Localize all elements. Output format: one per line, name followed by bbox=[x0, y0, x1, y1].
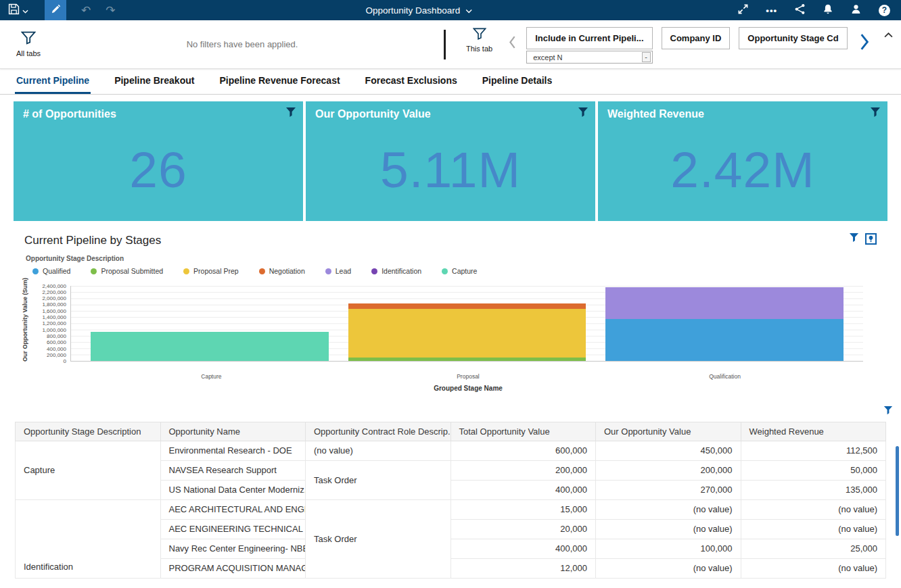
legend-label: Identification bbox=[382, 267, 421, 275]
table-row[interactable]: Capture Environmental Research - DOE (no… bbox=[16, 441, 886, 460]
cell-our-value[interactable]: (no value) bbox=[596, 519, 741, 539]
filter-chip-condition[interactable]: except N - bbox=[526, 51, 652, 64]
table-vertical-scrollbar[interactable] bbox=[896, 446, 899, 536]
cell-total-value[interactable]: 20,000 bbox=[451, 519, 596, 539]
cell-our-value[interactable]: 270,000 bbox=[596, 480, 741, 499]
cell-weighted-revenue[interactable]: (no value) bbox=[741, 519, 886, 539]
cell-weighted-revenue[interactable]: 112,500 bbox=[741, 441, 886, 460]
pipeline-table: Opportunity Stage Description Opportunit… bbox=[15, 422, 886, 579]
stacked-bar-capture[interactable] bbox=[91, 286, 328, 361]
bar-segment-capture[interactable] bbox=[91, 332, 328, 361]
cell-our-value[interactable]: (no value) bbox=[596, 558, 741, 578]
kpi-card-num-opportunities[interactable]: # of Opportunities 26 bbox=[14, 101, 303, 221]
save-menu-chevron-down-icon[interactable] bbox=[22, 4, 28, 16]
legend-item-proposal-prep[interactable]: Proposal Prep bbox=[183, 267, 239, 275]
kpi-filter-funnel-icon[interactable] bbox=[870, 107, 881, 120]
cell-weighted-revenue[interactable]: (no value) bbox=[741, 499, 886, 519]
table-filter-funnel-icon[interactable] bbox=[883, 406, 893, 418]
table-row[interactable]: Identification AEC ARCHITECTURAL AND ENG… bbox=[16, 499, 886, 519]
kpi-filter-funnel-icon[interactable] bbox=[285, 107, 296, 120]
legend-item-proposal-submitted[interactable]: Proposal Submitted bbox=[91, 267, 163, 275]
cell-opportunity-name[interactable]: US National Data Center Moderniz... bbox=[160, 480, 306, 499]
tab-current-pipeline[interactable]: Current Pipeline bbox=[15, 69, 91, 94]
legend-item-negotiation[interactable]: Negotiation bbox=[259, 267, 305, 275]
filter-chip-include-in-current-pipeline[interactable]: Include in Current Pipeli... bbox=[526, 27, 652, 49]
cell-opportunity-name[interactable]: Navy Rec Center Engineering- NBB... bbox=[160, 539, 306, 558]
cell-our-value[interactable]: 200,000 bbox=[596, 460, 741, 480]
stacked-bar-proposal[interactable] bbox=[348, 286, 586, 361]
role-group-cell-task-order[interactable]: Task Order bbox=[306, 499, 451, 578]
filter-chip-company-id[interactable]: Company ID bbox=[662, 27, 731, 49]
all-tabs-filter-button[interactable]: All tabs bbox=[16, 31, 41, 57]
column-header-opportunity-stage-description[interactable]: Opportunity Stage Description bbox=[16, 422, 161, 441]
share-icon[interactable] bbox=[794, 3, 806, 18]
cell-our-value[interactable]: (no value) bbox=[596, 499, 741, 519]
legend-item-capture[interactable]: Capture bbox=[442, 267, 477, 275]
stacked-bar-qualification[interactable] bbox=[605, 286, 843, 361]
filter-condition-label: except N bbox=[533, 53, 562, 62]
redo-button[interactable]: ↷ bbox=[106, 5, 115, 16]
cell-total-value[interactable]: 200,000 bbox=[451, 460, 596, 480]
insights-lightbulb-icon[interactable] bbox=[865, 233, 877, 245]
chips-scroll-right-chevron-icon[interactable] bbox=[860, 34, 869, 53]
legend-item-lead[interactable]: Lead bbox=[325, 267, 351, 275]
cell-total-value[interactable]: 400,000 bbox=[451, 480, 596, 499]
tab-pipeline-breakout[interactable]: Pipeline Breakout bbox=[113, 69, 195, 94]
more-options-icon[interactable]: ••• bbox=[766, 5, 777, 16]
column-header-opportunity-contract-role[interactable]: Opportunity Contract Role Descrip... bbox=[306, 422, 451, 441]
save-button[interactable] bbox=[0, 0, 35, 20]
cell-opportunity-name[interactable]: PROGRAM ACQUISITION MANAG... bbox=[160, 558, 306, 578]
cell-opportunity-name[interactable]: AEC ENGINEERING TECHNICAL S... bbox=[160, 519, 306, 539]
stage-group-cell-identification[interactable]: Identification bbox=[16, 499, 161, 578]
cell-opportunity-name[interactable]: NAVSEA Research Support bbox=[160, 460, 306, 480]
cell-weighted-revenue[interactable]: 135,000 bbox=[741, 480, 886, 499]
notifications-bell-icon[interactable] bbox=[823, 3, 833, 18]
kpi-card-weighted-revenue[interactable]: Weighted Revenue 2.42M bbox=[598, 101, 887, 221]
undo-button[interactable]: ↶ bbox=[81, 5, 91, 16]
bar-segment-qualified[interactable] bbox=[605, 319, 843, 361]
column-header-weighted-revenue[interactable]: Weighted Revenue bbox=[741, 422, 886, 441]
edit-button[interactable] bbox=[45, 0, 66, 20]
dashboard-title-menu[interactable]: Opportunity Dashboard bbox=[366, 5, 473, 16]
cell-total-value[interactable]: 12,000 bbox=[451, 558, 596, 578]
filter-chip-opportunity-stage-cd[interactable]: Opportunity Stage Cd bbox=[739, 27, 847, 49]
column-header-total-opportunity-value[interactable]: Total Opportunity Value bbox=[451, 422, 596, 441]
chart-filter-funnel-icon[interactable] bbox=[849, 232, 859, 245]
bar-segment-proposal-submitted[interactable] bbox=[348, 358, 586, 361]
bar-segment-lead[interactable] bbox=[605, 287, 843, 318]
kpi-card-our-opportunity-value[interactable]: Our Opportunity Value 5.11M bbox=[306, 101, 595, 221]
cell-our-value[interactable]: 450,000 bbox=[596, 441, 741, 460]
user-account-icon[interactable] bbox=[850, 3, 862, 18]
tab-pipeline-details[interactable]: Pipeline Details bbox=[481, 69, 553, 94]
bar-segment-proposal-prep[interactable] bbox=[348, 309, 586, 358]
cell-total-value[interactable]: 600,000 bbox=[451, 441, 596, 460]
cell-weighted-revenue[interactable]: 50,000 bbox=[741, 460, 886, 480]
cell-opportunity-name[interactable]: Environmental Research - DOE bbox=[160, 441, 306, 460]
bar-segment-negotiation[interactable] bbox=[348, 303, 586, 309]
cell-weighted-revenue[interactable]: 25,000 bbox=[741, 539, 886, 558]
cell-opportunity-name[interactable]: AEC ARCHITECTURAL AND ENGIN... bbox=[160, 499, 306, 519]
filter-condition-stepper-minus-button[interactable]: - bbox=[642, 52, 651, 62]
column-header-opportunity-name[interactable]: Opportunity Name bbox=[160, 422, 306, 441]
kpi-filter-funnel-icon[interactable] bbox=[578, 107, 588, 120]
x-axis-title: Grouped Stage Name bbox=[73, 385, 863, 392]
legend-item-identification[interactable]: Identification bbox=[371, 267, 421, 275]
chips-scroll-left-chevron-icon[interactable] bbox=[509, 36, 516, 51]
this-tab-filter-button[interactable]: This tab bbox=[466, 28, 492, 53]
cell-weighted-revenue[interactable]: (no value) bbox=[741, 558, 886, 578]
cell-our-value[interactable]: 100,000 bbox=[596, 539, 741, 558]
help-icon[interactable]: ? bbox=[879, 5, 890, 16]
cell-total-value[interactable]: 15,000 bbox=[451, 499, 596, 519]
legend-label: Negotiation bbox=[269, 267, 305, 275]
fullscreen-icon[interactable] bbox=[737, 3, 749, 18]
y-tick-label: 1,400,000 bbox=[28, 314, 70, 320]
cell-contract-role[interactable]: (no value) bbox=[306, 441, 451, 460]
legend-item-qualified[interactable]: Qualified bbox=[32, 267, 70, 275]
column-header-our-opportunity-value[interactable]: Our Opportunity Value bbox=[596, 422, 741, 441]
cell-total-value[interactable]: 400,000 bbox=[451, 539, 596, 558]
collapse-filter-bar-chevron-up-icon[interactable] bbox=[884, 28, 893, 41]
tab-pipeline-revenue-forecast[interactable]: Pipeline Revenue Forecast bbox=[218, 69, 341, 94]
tab-forecast-exclusions[interactable]: Forecast Exclusions bbox=[364, 69, 459, 94]
role-group-cell-task-order[interactable]: Task Order bbox=[306, 460, 451, 499]
stage-group-cell-capture[interactable]: Capture bbox=[16, 441, 161, 499]
